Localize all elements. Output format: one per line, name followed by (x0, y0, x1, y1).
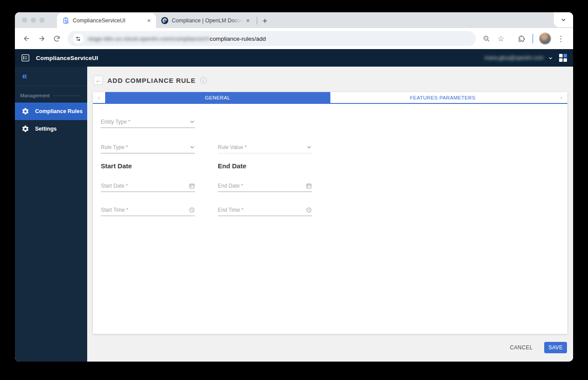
close-tab-icon[interactable]: × (146, 17, 152, 24)
start-time-input[interactable]: Start Time * (101, 205, 195, 216)
rule-value-label: Rule Value * (218, 144, 247, 150)
form-actions: CANCEL SAVE (510, 342, 567, 353)
forward-button[interactable] (35, 32, 48, 45)
start-date-input[interactable]: Start Date * (101, 181, 195, 192)
toolbar-separator (532, 34, 533, 43)
calendar-icon (189, 183, 195, 189)
start-time-label: Start Time * (101, 207, 128, 213)
openlm-favicon-icon (161, 17, 168, 24)
puzzle-icon (517, 35, 525, 43)
back-button[interactable] (20, 32, 33, 45)
collapse-sidebar-icon[interactable]: « (22, 71, 27, 81)
bookmark-star-icon[interactable]: ☆ (494, 34, 508, 43)
form-tabs: ‹ GENERAL FEATURES PARAMETERS › (93, 92, 567, 104)
entity-type-label: Entity Type * (101, 119, 130, 125)
list-panel-icon (21, 54, 30, 62)
arrow-left-icon (23, 35, 31, 43)
tab-search-button[interactable] (554, 12, 573, 27)
tab-title: Compliance | OpenLM Docum (172, 18, 242, 24)
app-header: ComplianceServiceUI maria.glica@openlm.c… (15, 49, 573, 67)
end-date-input[interactable]: End Date * (218, 181, 312, 192)
new-tab-button[interactable]: + (259, 16, 271, 26)
entity-type-select[interactable]: Entity Type * (101, 117, 195, 128)
url-text: stage-k8s-us-cloud.openlm.com/compliance… (88, 36, 266, 42)
end-time-label: End Time * (218, 207, 244, 213)
site-controls-icon[interactable] (73, 33, 83, 44)
chevron-down-icon (189, 144, 195, 150)
traffic-lights[interactable] (22, 18, 45, 23)
tab-title: ComplianceServiceUI (73, 18, 143, 24)
calendar-icon (306, 183, 312, 189)
end-date-label: End Date * (218, 183, 243, 189)
start-date-label: Start Date * (101, 183, 128, 189)
browser-toolbar: stage-k8s-us-cloud.openlm.com/compliance… (15, 28, 573, 49)
toolbar-icons: ☆ ⋮ (480, 32, 568, 45)
rule-type-select[interactable]: Rule Type * (101, 142, 195, 153)
browser-window: ComplianceServiceUI × Compliance | OpenL… (15, 12, 573, 362)
close-tab-icon[interactable]: × (245, 17, 251, 24)
chevron-down-icon (189, 119, 195, 124)
sidebar-item-compliance-rules[interactable]: Compliance Rules (15, 103, 87, 120)
zoom-out-icon (483, 35, 490, 43)
chevron-down-icon (561, 17, 566, 22)
chevron-down-icon (306, 144, 312, 150)
info-icon[interactable]: i (200, 77, 207, 84)
reload-icon (53, 35, 60, 43)
tabs-scroll-right-icon[interactable]: › (555, 92, 567, 103)
end-time-input[interactable]: End Time * (218, 205, 312, 216)
sidebar-item-label: Compliance Rules (35, 108, 82, 114)
sidebar-item-label: Settings (35, 126, 57, 132)
tabs-scroll-left-icon[interactable]: ‹ (93, 92, 105, 103)
main-content: ← ADD COMPLIANCE RULE i ‹ GENERAL FEATUR… (87, 67, 573, 362)
clock-icon (189, 207, 195, 213)
start-date-heading: Start Date (101, 162, 132, 170)
tab-divider (257, 17, 257, 25)
cancel-button[interactable]: CANCEL (510, 344, 533, 351)
reload-button[interactable] (50, 32, 63, 45)
section-divider (53, 96, 81, 96)
back-button[interactable]: ← (93, 75, 103, 85)
rule-value-select[interactable]: Rule Value * (218, 142, 312, 153)
chrome-menu-icon[interactable]: ⋮ (553, 34, 568, 43)
page-title: ADD COMPLIANCE RULE (107, 77, 196, 84)
app-body: « Management Compliance Rules Settings (15, 67, 573, 362)
arrow-right-icon (38, 35, 46, 43)
app-title: ComplianceServiceUI (36, 55, 98, 61)
user-email: maria.glica@openlm.com (484, 55, 544, 61)
page-title-row: ← ADD COMPLIANCE RULE i (93, 75, 207, 85)
rule-type-label: Rule Type * (101, 144, 128, 150)
browser-tab-compliance-ui[interactable]: ComplianceServiceUI × (57, 13, 156, 28)
zoom-button[interactable] (480, 32, 493, 45)
app-header-right: maria.glica@openlm.com (484, 54, 567, 62)
section-label: Management (20, 93, 50, 98)
browser-tab-openlm-docs[interactable]: Compliance | OpenLM Docum × (156, 13, 255, 28)
maximize-window-button[interactable] (39, 18, 45, 23)
profile-avatar[interactable] (539, 33, 551, 44)
sidebar-section: Management (15, 86, 87, 103)
app-brand: ComplianceServiceUI (21, 54, 98, 62)
chevron-down-icon[interactable] (548, 56, 553, 60)
sidebar-item-settings[interactable]: Settings (15, 120, 87, 138)
address-bar[interactable]: stage-k8s-us-cloud.openlm.com/compliance… (67, 31, 476, 46)
save-button[interactable]: SAVE (544, 342, 567, 353)
tab-general[interactable]: GENERAL (105, 92, 330, 103)
gear-icon (21, 125, 29, 133)
extensions-button[interactable] (515, 32, 528, 45)
clipboard-check-icon (62, 17, 69, 24)
clock-icon (306, 207, 312, 213)
url-visible-segment: compliance-rules/add (209, 36, 266, 42)
minimize-window-button[interactable] (31, 18, 36, 23)
form-card: ‹ GENERAL FEATURES PARAMETERS › Entity T… (93, 92, 567, 334)
apps-grid-icon[interactable] (559, 54, 567, 62)
sidebar: « Management Compliance Rules Settings (15, 67, 87, 362)
tab-strip: ComplianceServiceUI × Compliance | OpenL… (15, 12, 573, 28)
url-blurred-segment: stage-k8s-us-cloud.openlm.com/compliance… (88, 36, 209, 42)
gear-icon (21, 107, 29, 115)
close-window-button[interactable] (22, 18, 27, 23)
sidebar-collapse-row: « (15, 67, 87, 86)
tab-features-parameters[interactable]: FEATURES PARAMETERS (330, 92, 556, 103)
end-date-heading: End Date (218, 162, 246, 170)
